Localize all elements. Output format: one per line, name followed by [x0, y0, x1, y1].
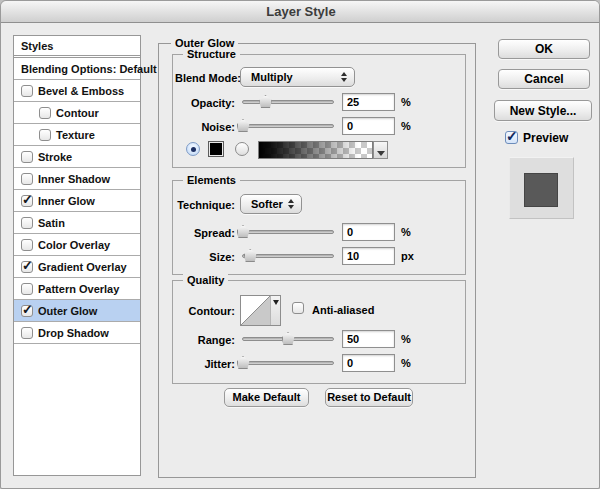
style-label: Satin — [38, 217, 65, 229]
spread-label: Spread: — [175, 227, 235, 239]
preview-checkbox[interactable] — [505, 131, 518, 144]
style-label: Stroke — [38, 151, 72, 163]
noise-slider[interactable] — [242, 124, 334, 128]
spread-slider[interactable] — [242, 230, 334, 234]
sidebar-style-item[interactable]: Bevel & Emboss — [14, 80, 140, 102]
style-checkbox[interactable] — [21, 217, 33, 229]
structure-group: Structure Blend Mode: Multiply Opacity: … — [172, 54, 466, 168]
outer-glow-panel: Outer Glow Structure Blend Mode: Multipl… — [158, 43, 476, 478]
opacity-label: Opacity: — [175, 97, 235, 109]
cancel-button[interactable]: Cancel — [498, 69, 590, 89]
style-checkbox[interactable] — [39, 107, 51, 119]
sidebar-style-item[interactable]: Drop Shadow — [14, 322, 140, 344]
style-checkbox[interactable] — [21, 173, 33, 185]
gradient-fill-radio[interactable] — [235, 142, 249, 156]
reset-to-default-button[interactable]: Reset to Default — [325, 388, 413, 407]
popup-arrows-icon — [288, 199, 294, 209]
contour-dropdown-arrow-icon[interactable] — [270, 296, 280, 325]
sidebar-style-item[interactable]: Color Overlay — [14, 234, 140, 256]
size-input[interactable] — [342, 247, 395, 265]
jitter-slider-thumb[interactable] — [237, 356, 250, 369]
technique-label: Technique: — [175, 199, 235, 211]
sidebar-style-item[interactable]: Gradient Overlay — [14, 256, 140, 278]
glow-color-swatch[interactable] — [208, 141, 224, 157]
noise-label: Noise: — [175, 121, 235, 133]
jitter-unit: % — [401, 357, 411, 369]
sidebar-item-blending-options[interactable]: Blending Options: Default — [14, 58, 140, 80]
contour-thumbnail-icon — [241, 296, 270, 325]
style-preview-inner-square — [524, 173, 558, 207]
gradient-preview[interactable] — [258, 141, 373, 159]
title-bar[interactable]: Layer Style — [1, 1, 600, 23]
sidebar-style-item[interactable]: Pattern Overlay — [14, 278, 140, 300]
size-slider-thumb[interactable] — [244, 249, 257, 262]
make-default-button[interactable]: Make Default — [224, 388, 309, 407]
style-checkbox[interactable] — [21, 151, 33, 163]
style-label: Bevel & Emboss — [38, 85, 124, 97]
opacity-input[interactable] — [342, 93, 395, 111]
sidebar-style-item[interactable]: Inner Glow — [14, 190, 140, 212]
jitter-label: Jitter: — [175, 358, 235, 370]
range-slider-thumb[interactable] — [282, 332, 295, 345]
blend-mode-label: Blend Mode: — [175, 72, 235, 84]
sidebar-style-item[interactable]: Satin — [14, 212, 140, 234]
anti-aliased-checkbox[interactable] — [292, 302, 304, 314]
style-label: Texture — [56, 129, 95, 141]
style-checkbox[interactable] — [21, 327, 33, 339]
sidebar-style-item[interactable]: Stroke — [14, 146, 140, 168]
style-label: Contour — [56, 107, 99, 119]
layer-style-dialog: Layer Style Styles Blending Options: Def… — [0, 0, 600, 489]
gradient-dropdown-arrow-icon[interactable] — [373, 141, 388, 159]
blend-mode-select[interactable]: Multiply — [240, 67, 355, 87]
style-checkbox[interactable] — [21, 283, 33, 295]
color-fill-radio[interactable] — [186, 142, 200, 156]
spread-unit: % — [401, 226, 411, 238]
contour-picker[interactable] — [240, 295, 281, 326]
new-style-button[interactable]: New Style... — [494, 100, 592, 121]
style-checkbox[interactable] — [21, 239, 33, 251]
range-slider[interactable] — [242, 337, 334, 341]
sidebar-header-styles[interactable]: Styles — [14, 36, 140, 58]
popup-arrows-icon — [341, 72, 347, 82]
style-checkbox[interactable] — [21, 195, 33, 207]
style-label: Pattern Overlay — [38, 283, 119, 295]
noise-slider-thumb[interactable] — [237, 119, 250, 132]
opacity-slider-thumb[interactable] — [259, 95, 272, 108]
sidebar-style-item[interactable]: Contour — [14, 102, 140, 124]
spread-input[interactable] — [342, 223, 395, 241]
opacity-unit: % — [401, 96, 411, 108]
sidebar-style-item[interactable]: Inner Shadow — [14, 168, 140, 190]
jitter-input[interactable] — [342, 354, 395, 372]
noise-input[interactable] — [342, 117, 395, 135]
preview-label: Preview — [523, 131, 568, 145]
jitter-slider[interactable] — [242, 361, 334, 365]
style-checkbox[interactable] — [39, 129, 51, 141]
style-checkbox[interactable] — [21, 85, 33, 97]
style-label: Inner Glow — [38, 195, 95, 207]
elements-legend: Elements — [183, 173, 240, 187]
style-checkbox[interactable] — [21, 305, 33, 317]
style-label: Inner Shadow — [38, 173, 110, 185]
noise-unit: % — [401, 120, 411, 132]
contour-label: Contour: — [175, 305, 235, 317]
sidebar-style-item[interactable]: Texture — [14, 124, 140, 146]
style-checkbox[interactable] — [21, 261, 33, 273]
range-input[interactable] — [342, 330, 395, 348]
opacity-slider[interactable] — [242, 100, 334, 104]
technique-select[interactable]: Softer — [240, 194, 302, 214]
ok-button[interactable]: OK — [498, 39, 590, 59]
elements-group: Elements Technique: Softer Spread: % Siz… — [172, 180, 466, 275]
spread-slider-thumb[interactable] — [237, 225, 250, 238]
style-preview-thumbnail — [509, 157, 574, 219]
range-label: Range: — [175, 334, 235, 346]
window-title: Layer Style — [266, 4, 335, 19]
structure-legend: Structure — [183, 47, 240, 61]
style-label: Gradient Overlay — [38, 261, 127, 273]
style-label: Color Overlay — [38, 239, 110, 251]
range-unit: % — [401, 333, 411, 345]
sidebar-style-item[interactable]: Outer Glow — [14, 300, 140, 322]
size-slider[interactable] — [242, 254, 334, 258]
size-label: Size: — [175, 251, 235, 263]
quality-group: Quality Contour: Anti-aliased Range: % J… — [172, 280, 466, 384]
style-label: Drop Shadow — [38, 327, 109, 339]
